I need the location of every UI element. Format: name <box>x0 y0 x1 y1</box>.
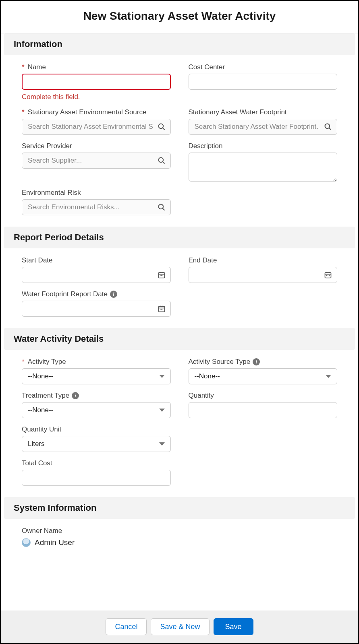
section-header-water: Water Activity Details <box>4 328 355 350</box>
modal-header: New Stationary Asset Water Activity <box>1 1 358 33</box>
name-error: Complete this field. <box>22 93 171 101</box>
page-title: New Stationary Asset Water Activity <box>9 10 350 23</box>
calendar-icon <box>158 271 166 279</box>
service-provider-lookup[interactable] <box>22 153 171 169</box>
calendar-icon <box>324 271 332 279</box>
section-header-report: Report Period Details <box>4 227 355 248</box>
svg-line-5 <box>162 162 164 164</box>
search-icon <box>158 157 166 165</box>
calendar-icon <box>158 305 166 313</box>
start-date-input[interactable] <box>22 267 171 283</box>
service-provider-label: Service Provider <box>22 142 72 150</box>
svg-point-26 <box>160 309 160 310</box>
quantity-unit-value: Liters <box>28 440 45 448</box>
info-icon[interactable]: i <box>110 291 117 298</box>
env-source-input[interactable] <box>28 119 153 134</box>
svg-point-20 <box>328 275 328 276</box>
chevron-down-icon <box>326 375 331 378</box>
svg-point-12 <box>160 275 160 276</box>
treatment-type-label: Treatment Type <box>22 392 69 400</box>
section-title: System Information <box>14 503 345 513</box>
end-date-input[interactable] <box>189 267 338 283</box>
water-footprint-input[interactable] <box>195 119 320 134</box>
info-icon[interactable]: i <box>72 392 79 399</box>
env-source-label: Stationary Asset Environmental Source <box>28 108 147 116</box>
activity-type-select[interactable]: --None-- <box>22 368 171 384</box>
required-marker: * <box>22 63 25 71</box>
water-footprint-label: Stationary Asset Water Footprint <box>189 108 287 116</box>
owner-name-label: Owner Name <box>22 527 62 535</box>
end-date-label: End Date <box>189 256 217 264</box>
start-date-field[interactable] <box>28 267 153 283</box>
save-and-new-button[interactable]: Save & New <box>151 618 209 635</box>
quantity-input[interactable] <box>195 402 332 418</box>
start-date-label: Start Date <box>22 256 53 264</box>
required-marker: * <box>22 358 25 366</box>
svg-point-14 <box>162 275 163 276</box>
quantity-unit-select[interactable]: Liters <box>22 436 171 452</box>
water-footprint-lookup[interactable] <box>189 119 338 135</box>
search-icon <box>158 203 166 211</box>
svg-point-4 <box>158 158 163 163</box>
treatment-type-select[interactable]: --None-- <box>22 402 171 418</box>
svg-point-19 <box>326 275 327 276</box>
activity-type-value: --None-- <box>28 372 53 380</box>
name-label: Name <box>28 63 46 71</box>
description-textarea[interactable] <box>189 153 338 182</box>
cost-center-label: Cost Center <box>189 63 225 71</box>
svg-point-6 <box>158 204 163 209</box>
svg-point-0 <box>158 124 163 129</box>
total-cost-label: Total Cost <box>22 459 52 467</box>
total-cost-input[interactable] <box>28 470 165 485</box>
svg-point-13 <box>161 275 162 276</box>
info-icon[interactable]: i <box>253 358 260 365</box>
owner-name-value: Admin User <box>35 538 75 547</box>
scroll-area[interactable]: New Stationary Asset Water Activity Info… <box>1 1 358 611</box>
quantity-label: Quantity <box>189 392 214 400</box>
svg-point-21 <box>329 275 330 276</box>
svg-point-28 <box>162 309 163 310</box>
cost-center-input[interactable] <box>195 74 332 89</box>
wf-report-date-input[interactable] <box>22 301 171 317</box>
activity-source-type-value: --None-- <box>195 372 220 380</box>
env-risk-lookup[interactable] <box>22 199 171 215</box>
activity-type-label: Activity Type <box>28 358 66 366</box>
quantity-wrapper <box>189 402 338 418</box>
env-source-lookup[interactable] <box>22 119 171 135</box>
required-marker: * <box>22 108 25 116</box>
wf-report-date-field[interactable] <box>28 301 153 316</box>
name-input[interactable] <box>28 74 164 89</box>
search-icon <box>158 123 166 131</box>
cancel-button[interactable]: Cancel <box>106 618 147 635</box>
env-risk-label: Environmental Risk <box>22 189 81 197</box>
cost-center-wrapper <box>189 74 338 90</box>
svg-point-2 <box>325 124 330 129</box>
svg-line-1 <box>162 128 164 130</box>
avatar <box>22 538 31 547</box>
chevron-down-icon <box>159 442 165 446</box>
chevron-down-icon <box>159 409 165 412</box>
section-title: Water Activity Details <box>14 334 345 344</box>
save-button[interactable]: Save <box>214 618 253 635</box>
wf-report-date-label: Water Footprint Report Date <box>22 290 108 298</box>
modal-footer: Cancel Save & New Save <box>1 611 358 643</box>
name-input-wrapper <box>22 74 171 90</box>
section-title: Information <box>14 39 345 50</box>
svg-line-7 <box>162 208 164 211</box>
svg-point-27 <box>161 309 162 310</box>
section-header-information: Information <box>4 33 355 55</box>
description-label: Description <box>189 142 223 150</box>
end-date-field[interactable] <box>195 267 320 283</box>
service-provider-input[interactable] <box>28 153 153 168</box>
quantity-unit-label: Quantity Unit <box>22 425 61 433</box>
total-cost-wrapper <box>22 470 171 486</box>
section-header-system: System Information <box>4 497 355 519</box>
svg-line-3 <box>329 128 331 130</box>
search-icon <box>324 123 332 131</box>
chevron-down-icon <box>159 375 165 378</box>
activity-source-type-label: Activity Source Type <box>189 358 251 366</box>
treatment-type-value: --None-- <box>28 406 53 414</box>
section-title: Report Period Details <box>14 232 345 243</box>
env-risk-input[interactable] <box>28 200 153 215</box>
activity-source-type-select[interactable]: --None-- <box>189 368 338 384</box>
